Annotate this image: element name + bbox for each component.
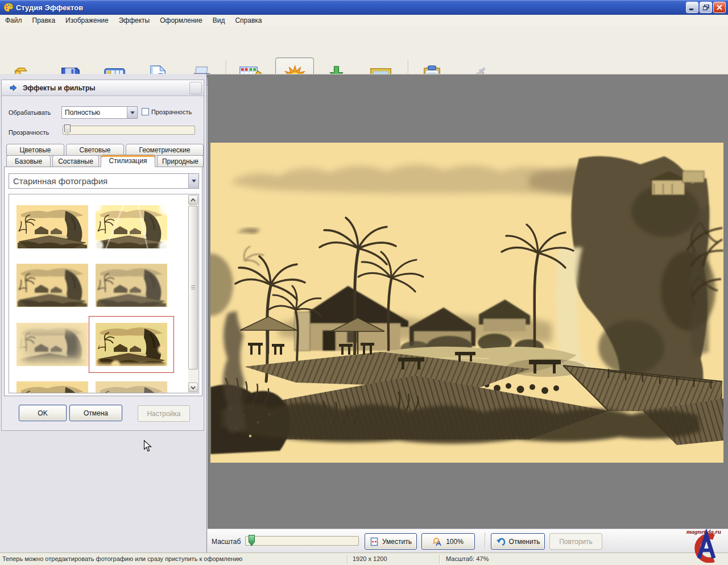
scale-slider-thumb[interactable] xyxy=(249,535,255,546)
process-select[interactable]: Полностью xyxy=(61,106,138,119)
panel-title: Эффекты и фильтры xyxy=(23,84,96,92)
settings-button: Настройка xyxy=(138,405,190,422)
scroll-down-button[interactable] xyxy=(188,383,198,392)
window-title: Студия Эффектов xyxy=(16,3,685,12)
effect-thumbnail[interactable] xyxy=(96,323,167,366)
close-button[interactable] xyxy=(713,2,726,13)
process-label: Обрабатывать xyxy=(9,109,51,116)
mouse-cursor xyxy=(143,440,152,452)
minimize-button[interactable] xyxy=(686,2,698,13)
scale-label: Масштаб xyxy=(212,538,241,546)
menu-image[interactable]: Изображение xyxy=(60,15,114,26)
process-value: Полностью xyxy=(62,109,127,117)
transparency-slider-thumb[interactable] xyxy=(64,124,71,136)
zoombar-separator xyxy=(485,533,486,549)
menu-edit[interactable]: Правка xyxy=(27,15,61,26)
title-bar: Студия Эффектов xyxy=(0,0,728,15)
panel-collapse-button[interactable] xyxy=(189,82,202,94)
transparency-checkbox[interactable] xyxy=(142,108,149,115)
cancel-button[interactable]: Отмена xyxy=(69,405,122,421)
menu-help[interactable]: Справка xyxy=(230,15,267,26)
thumbnail-scrollbar[interactable] xyxy=(188,195,198,392)
panel-arrow-icon xyxy=(10,84,17,92)
undo-button[interactable]: Отменить xyxy=(491,533,545,550)
scroll-up-button[interactable] xyxy=(188,195,198,205)
zoom-toolbar: Масштаб Уместить 100% Отменить Повторить xyxy=(208,529,728,552)
transparency-slider[interactable] xyxy=(63,126,195,135)
effect-thumbnail[interactable] xyxy=(96,205,167,248)
status-message: Теперь можно отредактировать фотографию … xyxy=(2,555,242,562)
undo-arrow-icon xyxy=(496,537,506,546)
watermark-text: magnetida.ru xyxy=(686,528,721,535)
effect-thumbnail[interactable] xyxy=(16,323,88,366)
tab-composite[interactable]: Составные xyxy=(52,155,99,167)
zoom-100-button[interactable]: 100% xyxy=(421,533,475,550)
restore-button[interactable] xyxy=(700,2,712,13)
image-canvas[interactable] xyxy=(208,74,728,529)
side-panel: Эффекты и фильтры Обрабатывать Полностью… xyxy=(0,74,207,552)
app-palette-icon xyxy=(3,2,14,13)
effect-thumbnail[interactable] xyxy=(16,205,88,248)
menu-view[interactable]: Вид xyxy=(208,15,230,26)
effect-thumbnail[interactable] xyxy=(16,381,88,393)
effect-thumbnail[interactable] xyxy=(96,381,167,393)
preset-select[interactable]: Старинная фотография xyxy=(9,173,199,189)
menu-decor[interactable]: Оформление xyxy=(155,15,207,26)
scroll-thumb[interactable] xyxy=(188,206,198,369)
menu-bar: Файл Правка Изображение Эффекты Оформлен… xyxy=(0,15,728,26)
preset-value: Старинная фотография xyxy=(9,176,188,186)
fit-page-icon xyxy=(370,537,379,546)
fit-button[interactable]: Уместить xyxy=(365,533,417,550)
zoom-a-icon xyxy=(433,537,442,546)
status-zoom: Масштаб: 47% xyxy=(446,555,489,562)
status-bar: Теперь можно отредактировать фотографию … xyxy=(0,552,728,565)
transparency-slider-label: Прозрачность xyxy=(9,129,49,136)
transparency-checkbox-label: Прозрачность xyxy=(151,109,192,115)
effect-thumbnail-list xyxy=(9,194,199,393)
effect-thumbnail[interactable] xyxy=(16,264,88,307)
status-resolution: 1920 x 1200 xyxy=(353,555,387,562)
effects-panel: Эффекты и фильтры Обрабатывать Полностью… xyxy=(1,80,204,431)
main-toolbar xyxy=(0,26,728,74)
effects-panel-header: Эффекты и фильтры xyxy=(2,80,204,96)
photo-preview xyxy=(210,143,723,463)
status-separator xyxy=(347,555,348,564)
scale-slider[interactable] xyxy=(245,536,359,546)
effect-thumbnail[interactable] xyxy=(96,264,167,307)
chevron-down-icon[interactable] xyxy=(127,107,137,118)
redo-button: Повторить xyxy=(549,533,602,550)
tab-content: Старинная фотография xyxy=(4,167,202,396)
tab-basic[interactable]: Базовые xyxy=(6,155,51,167)
tab-geometry[interactable]: Геометрические xyxy=(126,144,204,156)
tab-stylization[interactable]: Стилизация xyxy=(101,155,155,167)
status-separator xyxy=(439,555,440,564)
tab-color[interactable]: Цветовые xyxy=(6,144,64,156)
tab-light[interactable]: Световые xyxy=(66,144,124,156)
menu-file[interactable]: Файл xyxy=(0,15,27,26)
chevron-down-icon[interactable] xyxy=(188,174,198,188)
menu-effects[interactable]: Эффекты xyxy=(114,15,155,26)
watermark-logo: magnetida.ru xyxy=(682,527,727,565)
tab-nature[interactable]: Природные xyxy=(157,155,204,167)
ok-button[interactable]: OK xyxy=(19,405,67,421)
